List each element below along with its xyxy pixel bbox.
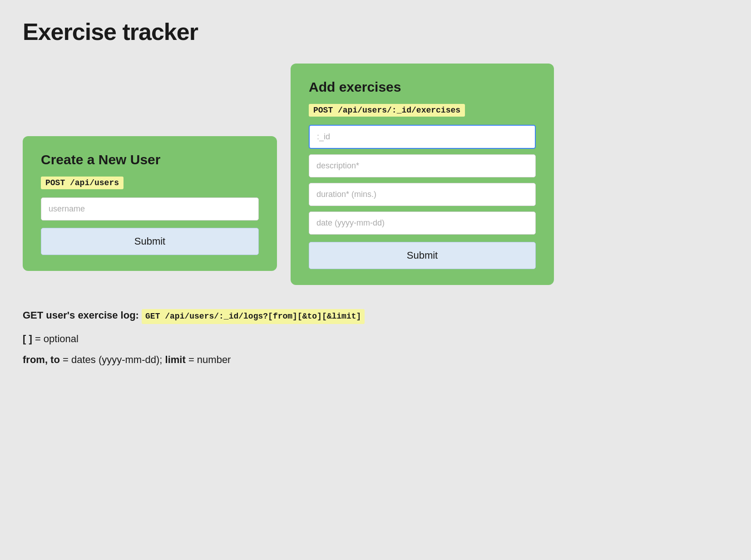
- add-exercises-card: Add exercises POST /api/users/:_id/exerc…: [291, 64, 554, 285]
- exercise-date-input[interactable]: [309, 211, 536, 235]
- create-user-title: Create a New User: [41, 152, 259, 167]
- log-line: GET user's exercise log: GET /api/users/…: [23, 308, 728, 324]
- dates-line: from, to = dates (yyyy-mm-dd); limit = n…: [23, 354, 728, 366]
- username-input[interactable]: [41, 197, 259, 221]
- add-exercises-api-badge: POST /api/users/:_id/exercises: [309, 104, 465, 117]
- cards-row: Create a New User POST /api/users Submit…: [23, 64, 728, 285]
- log-label: GET user's exercise log:: [23, 309, 139, 321]
- log-api-badge: GET /api/users/:_id/logs?[from][&to][&li…: [142, 309, 365, 324]
- page-title: Exercise tracker: [23, 18, 728, 45]
- exercise-id-input[interactable]: [309, 125, 536, 149]
- dates-mid-text: = dates (yyyy-mm-dd);: [60, 354, 165, 365]
- exercise-description-input[interactable]: [309, 154, 536, 177]
- info-section: GET user's exercise log: GET /api/users/…: [23, 308, 728, 366]
- add-exercises-title: Add exercises: [309, 79, 536, 95]
- bracket-text: [ ]: [23, 333, 35, 344]
- optional-line: [ ] = optional: [23, 333, 728, 345]
- dates-end-text: = number: [186, 354, 231, 365]
- create-user-api-badge: POST /api/users: [41, 177, 124, 189]
- optional-text: = optional: [35, 333, 79, 344]
- create-user-submit-button[interactable]: Submit: [41, 228, 259, 255]
- exercise-duration-input[interactable]: [309, 183, 536, 206]
- from-to-label: from, to: [23, 354, 60, 365]
- create-user-card: Create a New User POST /api/users Submit: [23, 136, 277, 271]
- add-exercises-submit-button[interactable]: Submit: [309, 242, 536, 269]
- limit-label: limit: [165, 354, 186, 365]
